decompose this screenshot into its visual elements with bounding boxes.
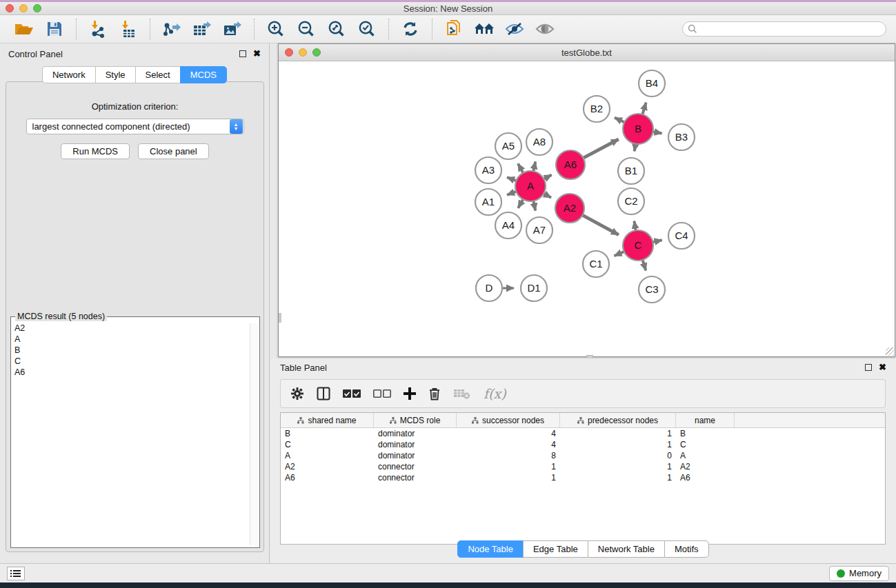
- node-A[interactable]: A: [515, 171, 546, 201]
- table-row[interactable]: Adominator80A: [281, 450, 885, 461]
- cell-predecessor-nodes[interactable]: 0: [560, 451, 676, 460]
- network-resize-grip[interactable]: [886, 347, 894, 356]
- node-A3[interactable]: A3: [475, 157, 501, 183]
- mcds-result-item[interactable]: C: [14, 356, 257, 367]
- close-table-panel-icon[interactable]: ✖: [879, 364, 886, 371]
- cell-MCDS-role[interactable]: dominator: [374, 451, 457, 460]
- node-C3[interactable]: C3: [639, 276, 665, 303]
- network-zoom-button[interactable]: [312, 48, 321, 57]
- delete-table-icon[interactable]: [453, 387, 471, 400]
- column-header-shared-name[interactable]: shared name: [281, 413, 374, 427]
- export-network-icon[interactable]: [160, 18, 183, 40]
- node-B[interactable]: B: [623, 114, 653, 144]
- run-mcds-button[interactable]: Run MCDS: [61, 143, 130, 159]
- cell-MCDS-role[interactable]: dominator: [374, 440, 457, 449]
- node-D[interactable]: D: [476, 275, 502, 301]
- tab-node-table[interactable]: Node Table: [457, 540, 524, 558]
- node-C2[interactable]: C2: [618, 188, 644, 214]
- deselect-all-icon[interactable]: [373, 389, 391, 398]
- cell-successor-nodes[interactable]: 4: [457, 440, 560, 449]
- tab-network-table[interactable]: Network Table: [588, 540, 665, 558]
- node-A8[interactable]: A8: [526, 129, 552, 155]
- node-A2[interactable]: A2: [555, 194, 584, 223]
- save-session-icon[interactable]: [43, 18, 66, 40]
- cell-shared-name[interactable]: A: [281, 451, 374, 460]
- table-row[interactable]: A6connector11A6: [281, 472, 885, 483]
- export-image-icon[interactable]: [221, 18, 244, 40]
- tab-mcds[interactable]: MCDS: [180, 66, 227, 83]
- open-session-icon[interactable]: [12, 18, 36, 40]
- hide-selected-icon[interactable]: [503, 18, 526, 40]
- minimize-window-button[interactable]: [19, 4, 28, 12]
- network-close-button[interactable]: [285, 48, 293, 57]
- refresh-layout-icon[interactable]: [399, 18, 422, 40]
- table-row[interactable]: A2connector11A2: [281, 461, 885, 472]
- column-header-successor-nodes[interactable]: successor nodes: [457, 413, 560, 427]
- criterion-dropdown[interactable]: largest connected component (directed) ▲…: [26, 119, 244, 134]
- cell-successor-nodes[interactable]: 4: [457, 429, 560, 438]
- delete-column-icon[interactable]: [428, 387, 441, 401]
- import-network-icon[interactable]: [86, 18, 110, 40]
- network-minimize-button[interactable]: [299, 48, 307, 57]
- node-table[interactable]: shared nameMCDS rolesuccessor nodesprede…: [280, 412, 886, 545]
- cell-name[interactable]: C: [676, 440, 735, 449]
- cell-successor-nodes[interactable]: 1: [457, 473, 560, 483]
- export-table-icon[interactable]: [190, 18, 214, 40]
- function-builder-icon[interactable]: f(x): [484, 386, 506, 401]
- column-header-predecessor-nodes[interactable]: predecessor nodes: [560, 413, 676, 427]
- table-row[interactable]: Cdominator41C: [281, 439, 885, 450]
- cell-MCDS-role[interactable]: dominator: [374, 429, 457, 438]
- close-panel-button[interactable]: Close panel: [138, 143, 209, 159]
- cell-name[interactable]: A2: [676, 462, 735, 472]
- search-input[interactable]: [697, 24, 870, 34]
- float-table-panel-icon[interactable]: [865, 364, 872, 371]
- cell-successor-nodes[interactable]: 1: [457, 462, 560, 472]
- window-controls[interactable]: [6, 4, 41, 12]
- node-A4[interactable]: A4: [495, 212, 521, 239]
- network-vertical-scroll-thumb[interactable]: [279, 313, 281, 323]
- cell-MCDS-role[interactable]: connector: [374, 462, 457, 472]
- task-history-button[interactable]: [7, 567, 25, 580]
- zoom-in-icon[interactable]: [264, 18, 288, 40]
- node-A5[interactable]: A5: [495, 133, 521, 159]
- cell-shared-name[interactable]: B: [281, 429, 374, 438]
- node-B4[interactable]: B4: [639, 70, 665, 97]
- close-panel-icon[interactable]: ✖: [253, 50, 261, 57]
- cell-MCDS-role[interactable]: connector: [374, 473, 457, 483]
- tab-edge-table[interactable]: Edge Table: [523, 540, 588, 558]
- copy-network-icon[interactable]: [442, 18, 466, 40]
- column-header-MCDS-role[interactable]: MCDS role: [374, 413, 457, 427]
- node-A6[interactable]: A6: [556, 150, 585, 179]
- node-A7[interactable]: A7: [526, 217, 552, 243]
- cell-predecessor-nodes[interactable]: 1: [560, 440, 676, 449]
- cell-predecessor-nodes[interactable]: 1: [560, 462, 676, 472]
- mcds-result-item[interactable]: A: [14, 334, 257, 345]
- zoom-out-icon[interactable]: [295, 18, 318, 40]
- tab-motifs[interactable]: Motifs: [664, 540, 709, 558]
- home-icon[interactable]: [472, 18, 496, 40]
- cell-predecessor-nodes[interactable]: 1: [560, 429, 676, 438]
- cell-shared-name[interactable]: A2: [281, 462, 374, 472]
- table-row[interactable]: Bdominator41B: [281, 428, 885, 439]
- close-window-button[interactable]: [6, 4, 14, 12]
- node-C[interactable]: C: [623, 230, 653, 261]
- result-scrollbar[interactable]: [250, 323, 259, 545]
- cell-shared-name[interactable]: C: [281, 440, 374, 449]
- cell-shared-name[interactable]: A6: [281, 473, 374, 483]
- column-header-name[interactable]: name: [676, 413, 735, 427]
- node-D1[interactable]: D1: [521, 275, 547, 301]
- cell-successor-nodes[interactable]: 8: [457, 451, 560, 460]
- network-canvas[interactable]: AA1A2A3A4A5A6A7A8BB1B2B3B4CC1C2C3C4DD1: [279, 61, 895, 356]
- zoom-fit-icon[interactable]: [325, 18, 348, 40]
- mcds-result-item[interactable]: A2: [14, 323, 257, 334]
- mcds-result-list[interactable]: A2ABCA6: [11, 317, 259, 538]
- node-A1[interactable]: A1: [475, 189, 501, 215]
- select-all-icon[interactable]: [343, 389, 361, 398]
- show-all-icon[interactable]: [533, 18, 557, 40]
- cell-predecessor-nodes[interactable]: 1: [560, 473, 676, 483]
- edge-A2-C[interactable]: [581, 214, 619, 235]
- table-columns-icon[interactable]: [317, 387, 330, 401]
- tab-network[interactable]: Network: [42, 66, 96, 83]
- float-panel-icon[interactable]: [239, 50, 246, 57]
- zoom-selected-icon[interactable]: [355, 18, 379, 40]
